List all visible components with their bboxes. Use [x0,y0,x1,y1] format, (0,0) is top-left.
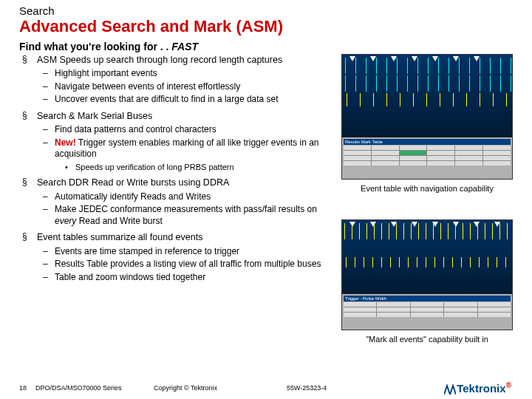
bullet-3-sub-2b: Read and Write burst [76,216,163,226]
image-column: Results Mark Table Event table with navi… [341,54,513,344]
bullet-2-sub-2: New! Trigger system enables marking of a… [38,137,332,172]
bullet-2: Search & Mark Serial Buses Find data pat… [19,110,332,172]
slide-lead: Find what you're looking for . . FAST [19,41,513,52]
bullet-4-sub-3: Table and zoom windows tied together [38,272,332,284]
bullet-2-text: Search & Mark Serial Buses [37,111,152,121]
slide-title: Advanced Search and Mark (ASM) [19,17,513,36]
bullet-1-sub-3: Uncover events that are difficult to fin… [38,94,332,106]
tektronix-logo-icon [444,384,456,395]
bullet-2-sub-2-sub: Speeds up verification of long PRBS patt… [56,162,332,172]
bullet-3-sub-2: Make JEDEC conformance measurements with… [38,204,332,227]
bullet-1-text: ASM Speeds up search through long record… [37,55,282,65]
bullet-4-sub-1: Events are time stamped in reference to … [38,246,332,258]
bullet-3-text: Search DDR Read or Write bursts using DD… [37,177,229,188]
slide-footer: 18 DPO/DSA/MSO70000 Series Copyright © T… [19,381,513,395]
every-word: every [55,216,76,226]
bullet-4-text: Event tables summarize all found events [37,232,202,242]
lead-fast: FAST [171,41,198,52]
tektronix-logo-text: Tektronix [457,382,505,395]
new-badge: New! [55,137,76,148]
bullet-2-sub-2-text: Trigger system enables marking of all li… [55,137,319,160]
bullet-2-sub-1: Find data patterns and control character… [38,124,332,136]
oscilloscope-screenshot-2: Trigger - Pulse Width [341,219,513,330]
bullet-3-sub-1: Automatically identify Reads and Writes [38,191,332,203]
caption-1: Event table with navigation capability [341,184,513,193]
caption-2: "Mark all events" capability built in [341,335,513,344]
bullet-1-sub-2: Navigate between events of interest effo… [38,81,332,93]
bullet-3: Search DDR Read or Write bursts using DD… [19,177,332,227]
bullet-column: ASM Speeds up search through long record… [19,54,332,344]
bullet-4: Event tables summarize all found events … [19,231,332,283]
oscilloscope-screenshot-1: Results Mark Table [341,54,513,180]
page-number: 18 [19,384,35,392]
copyright: Copyright © Tektronix [154,384,287,392]
document-number: 55W-25323-4 [287,384,375,392]
bullet-1: ASM Speeds up search through long record… [19,54,332,106]
bullet-3-sub-2a: Make JEDEC conformance measurements with… [55,204,317,214]
bullet-1-sub-1: Highlight important events [38,68,332,80]
bullet-4-sub-2: Results Table provides a listing view of… [38,259,332,270]
slide-kicker: Search [19,4,513,17]
product-series: DPO/DSA/MSO70000 Series [35,384,154,392]
tektronix-logo: Tektronix® [444,381,513,395]
lead-text: Find what you're looking for . . [19,41,171,52]
